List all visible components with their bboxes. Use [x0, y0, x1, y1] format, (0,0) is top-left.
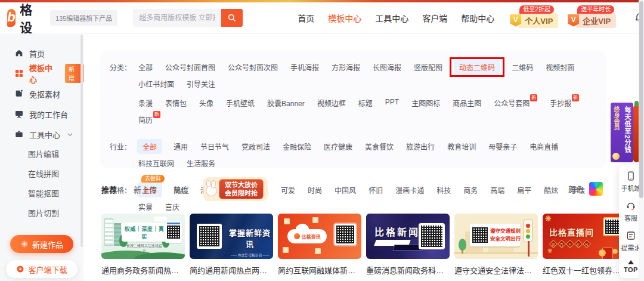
filter-option[interactable]: 手抄报新	[549, 95, 580, 110]
filter-option[interactable]: 医疗健康	[323, 139, 354, 154]
sidebar-subitem[interactable]: 图片切割	[0, 203, 83, 223]
filter-option[interactable]: 动态二维码	[454, 60, 500, 75]
try-it-badge: 去尝鲜	[141, 175, 165, 183]
filter-option[interactable]: 怀旧	[367, 183, 384, 197]
filter-option[interactable]: 党政司法	[240, 139, 271, 154]
filter-option[interactable]: 节日节气	[199, 139, 230, 154]
sidebar-item-tool-center[interactable]: 工具中心	[0, 124, 83, 144]
sidebar-item-template-center[interactable]: 模板中心 新增	[0, 63, 83, 84]
toolbox-icon	[14, 129, 24, 139]
membership-promo-banner[interactable]: 双节大放价 会员限时抢	[203, 177, 268, 202]
filter-option[interactable]: 小红书封面	[137, 76, 175, 91]
filter-option[interactable]: 方形海报	[330, 60, 361, 75]
filter-option[interactable]: 二维码	[510, 60, 534, 75]
filter-option[interactable]: 中国风	[333, 183, 357, 197]
nav-template-center[interactable]: 模板中心	[328, 12, 361, 24]
filter-option[interactable]: 教育培训	[446, 139, 477, 154]
feature-request-button[interactable]: 提需求	[621, 230, 641, 252]
card-title: 简约通用新闻热点两会商务...	[190, 264, 273, 276]
template-card[interactable]: 权威｜深度｜真实 长按二维码关注比格设计 通用商务政务新闻热点通知...	[101, 214, 185, 276]
filter-option[interactable]: 美食餐饮	[364, 139, 395, 154]
color-label: 颜色	[568, 183, 584, 194]
filter-option[interactable]: 酷炫	[543, 183, 559, 197]
filter-option[interactable]: 头像	[198, 95, 215, 110]
filter-option[interactable]: 主图图标	[410, 95, 441, 110]
filter-option[interactable]: 科技	[435, 183, 452, 197]
sort-newest[interactable]: 去尝鲜 新上传	[134, 184, 157, 195]
filter-option[interactable]: 可爱	[280, 183, 296, 197]
red-packet-badges: 领百万红包	[550, 241, 590, 247]
new-badge: 新	[153, 111, 160, 118]
diamond-badge: 包	[583, 240, 591, 248]
filter-option[interactable]: 商务	[462, 183, 479, 197]
page-scrollbar-track[interactable]	[639, 0, 644, 281]
filter-option[interactable]: 视频边框	[316, 95, 347, 110]
filter-option[interactable]: 引导关注	[185, 76, 216, 91]
sidebar-subitem[interactable]: 在线拼图	[0, 164, 83, 184]
nav-client[interactable]: 客户端	[422, 12, 447, 24]
filter-option[interactable]: 公众号封面次图	[227, 60, 279, 75]
filter-option[interactable]: 电商直播	[528, 139, 559, 154]
filter-option[interactable]: 标题	[357, 95, 374, 110]
sort-recommended[interactable]: 推荐	[101, 184, 117, 195]
filter-option[interactable]: 简历新	[137, 112, 162, 127]
filter-option[interactable]: 扁平	[516, 183, 532, 197]
filter-option[interactable]: 全部	[137, 60, 154, 75]
filter-option[interactable]: 高端	[489, 183, 506, 197]
template-card[interactable]: 掌握新鲜资讯 —— 在这里·掌握新闻 —— 简约通用新闻热点两会商务...	[190, 214, 273, 276]
personal-vip-button[interactable]: 低至2折起 V 个人VIP	[510, 13, 558, 28]
create-design-button[interactable]: 新建作品	[10, 235, 73, 253]
filter-option[interactable]: 手机海报	[289, 60, 320, 75]
sidebar-item-home[interactable]: 首页	[0, 43, 83, 63]
filter-option[interactable]: 金融保险	[281, 139, 312, 154]
nav-home[interactable]: 首页	[298, 12, 314, 24]
page-scrollbar-thumb[interactable]	[639, 1, 643, 198]
sidebar-subitem[interactable]: 图片编辑	[0, 144, 83, 164]
sidebar-subitem[interactable]: 智能抠图	[0, 184, 83, 203]
filter-option[interactable]: 表情包	[164, 95, 188, 110]
nav-help-center[interactable]: 帮助中心	[461, 12, 494, 24]
filter-option[interactable]: 长图海报	[371, 60, 402, 75]
card-title: 通用商务政务新闻热点通知...	[101, 264, 185, 276]
filter-option[interactable]: 竖版配图	[413, 60, 444, 75]
back-to-top-button[interactable]: TOP	[624, 260, 638, 273]
filter-option[interactable]: 条漫	[137, 95, 154, 110]
sidebar-scrollbar[interactable]	[80, 35, 83, 247]
traffic-light-icon	[524, 220, 532, 242]
filter-option[interactable]: 全部	[137, 139, 162, 154]
mobile-app-button[interactable]: 手机端	[621, 171, 641, 193]
filter-option[interactable]: 商品主图	[451, 95, 482, 110]
template-card[interactable]: ❋❋ 比格直播间 领百万红包 红色双十一红包领券动态二...	[543, 214, 626, 276]
search-input[interactable]	[133, 9, 221, 27]
filter-option[interactable]: PPT	[384, 95, 400, 110]
lifetime-member-promo[interactable]: 终身会员 每天低至2分钱	[611, 103, 633, 162]
qr-code	[419, 223, 445, 249]
color-picker-swatch[interactable]	[589, 182, 603, 196]
filter-option[interactable]: 视频封面	[544, 60, 575, 75]
filter-option[interactable]: 公众号封面首图	[164, 60, 216, 75]
filter-option[interactable]: 胶囊Banner	[266, 95, 306, 110]
sidebar-item-cutout-assets[interactable]: 免抠素材	[0, 84, 83, 104]
filter-option[interactable]: 科技互联网	[137, 156, 175, 171]
filter-option[interactable]: 母婴亲子	[487, 139, 518, 154]
card-thumbnail: 比格新闻	[366, 214, 450, 259]
sidebar-item-workspace[interactable]: 我的工作台	[0, 104, 83, 124]
phone-icon	[626, 171, 636, 181]
filter-option[interactable]: 旅游出行	[405, 139, 436, 154]
search-button[interactable]	[221, 9, 243, 27]
filter-option[interactable]: 通用	[172, 139, 189, 154]
template-card[interactable]: 比格新闻 重磅消息新闻政务科技动态...	[366, 214, 450, 276]
filter-option[interactable]: 漫画卡通	[394, 183, 425, 197]
filter-option[interactable]: 时尚	[306, 183, 323, 197]
filter-option[interactable]: 手机壁纸	[225, 95, 256, 110]
nav-tool-center[interactable]: 工具中心	[375, 12, 408, 24]
customer-service-button[interactable]: 客服	[624, 200, 637, 223]
template-card[interactable]: 遵守交通规则安全文明出行 遵守交通安全法律法规动态...	[454, 214, 538, 276]
enterprise-vip-button[interactable]: 送半年时长 V 企业VIP	[568, 13, 616, 28]
sort-popular[interactable]: 热度	[174, 184, 189, 195]
diamond-badge: 万	[566, 240, 574, 248]
template-card[interactable]: 比格资讯 简约互联网融媒体新闻资讯...	[278, 214, 361, 276]
filter-option[interactable]: 公众号套图新	[493, 95, 538, 110]
filter-option[interactable]: 生活服务	[185, 156, 216, 171]
client-download-button[interactable]: 客户端下载	[6, 260, 78, 278]
